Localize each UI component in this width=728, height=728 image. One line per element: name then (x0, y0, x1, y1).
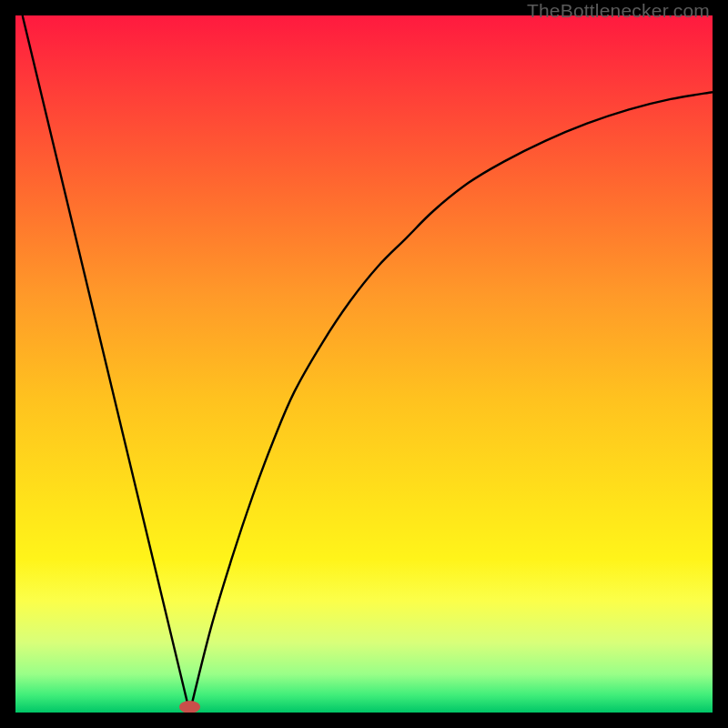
chart-svg (15, 15, 713, 713)
gradient-background (15, 15, 713, 713)
chart-frame (15, 15, 713, 713)
watermark-text: TheBottlenecker.com (527, 0, 710, 22)
